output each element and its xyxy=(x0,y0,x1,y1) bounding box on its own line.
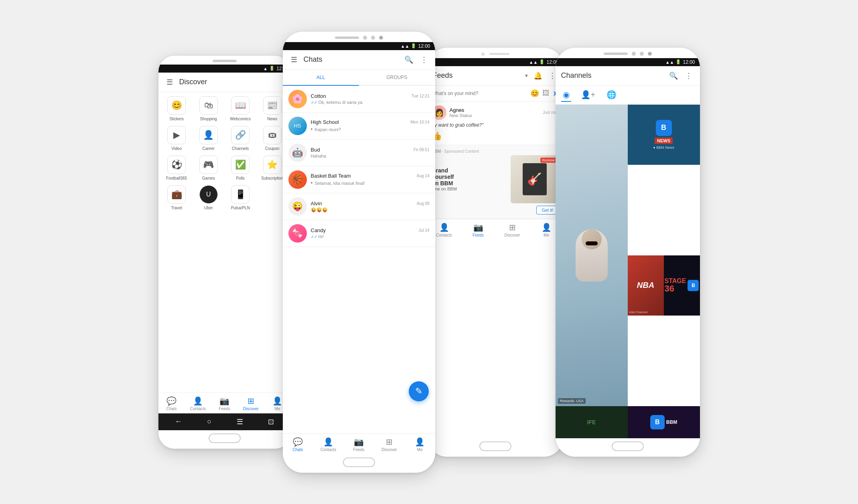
ad-button-row: Get it! xyxy=(432,206,559,215)
pulsa-icon: 📱 xyxy=(231,185,249,204)
phone3-home-button[interactable] xyxy=(479,441,511,451)
tab-following[interactable]: ◉ xyxy=(561,88,571,102)
recent-btn[interactable]: ☰ xyxy=(237,417,243,426)
feed-name-agnes: Agnes xyxy=(450,107,472,113)
tab-all[interactable]: ALL xyxy=(283,70,359,86)
more2-icon[interactable]: ⋮ xyxy=(418,54,430,65)
coupon-icon: 🎟 xyxy=(263,126,282,144)
nav3-feeds-label: Feeds xyxy=(473,233,484,237)
nav2-discover[interactable]: ⊞ Discover xyxy=(374,434,405,454)
grid-item-pulsa[interactable]: 📱 Pulsa/PLN xyxy=(226,185,254,210)
phone4-status-bar: ▲▲ 🔋 12:00 xyxy=(556,58,700,66)
phone1-home-button[interactable] xyxy=(209,433,241,443)
chat-item-cotton[interactable]: 🌸 Cotton Tue 12:21 ✓✓ Ok, ketemu di sana… xyxy=(283,86,435,113)
phone-channels: ▲▲ 🔋 12:00 Channels 🔍 ⋮ ◉ 👤+ 🌐 xyxy=(556,48,700,457)
more4-icon[interactable]: ⋮ xyxy=(683,70,694,81)
signal2-icon: ▲▲ xyxy=(401,44,410,49)
grid-item-video[interactable]: ▶ Video xyxy=(162,126,191,151)
emoji-icon[interactable]: 😊 xyxy=(530,89,539,98)
grid-item-channels[interactable]: 🔗 Channels xyxy=(226,126,254,151)
nav-chats[interactable]: 💬 Chats xyxy=(158,393,185,413)
search2-icon[interactable]: 🔍 xyxy=(403,54,414,65)
grid-item-travel[interactable]: 💼 Travel xyxy=(162,185,191,210)
battery-icon: 🔋 xyxy=(269,66,275,71)
discover-title: Discover xyxy=(179,78,285,86)
home-btn[interactable]: ○ xyxy=(207,417,211,426)
chat-item-candy[interactable]: 🍬 Candy Jul 14 ✓✓ Hi! xyxy=(283,220,435,247)
nav2-contacts[interactable]: 👤 Contacts xyxy=(313,434,344,454)
man-beard xyxy=(586,241,598,245)
chat-preview-cotton: ✓✓ Ok, ketemu di sana ya. xyxy=(311,100,430,105)
nav3-discover[interactable]: ⊞ Discover xyxy=(495,219,529,240)
chat-preview-highschool: • Kapan reuni? xyxy=(311,126,430,132)
feeds-dropdown-icon[interactable]: ▼ xyxy=(524,73,529,79)
nav3-feeds[interactable]: 📷 Feeds xyxy=(461,219,495,240)
chat-content-alvin: Alvin Aug 08 😜😜😜 xyxy=(311,200,430,213)
tab-groups[interactable]: GROUPS xyxy=(359,70,435,86)
channel-card-life[interactable]: IFE xyxy=(556,406,628,438)
phone4-camera xyxy=(648,52,652,56)
tab-add-channel[interactable]: 👤+ xyxy=(579,88,597,102)
chat-preview-candy: ✓✓ Hi! xyxy=(311,234,430,239)
grid-item-subscription[interactable]: ⭐ Subscription xyxy=(258,156,286,180)
phone2-time: 12:00 xyxy=(418,43,430,49)
phone4-top-bar xyxy=(556,48,700,58)
compose-fab[interactable]: ✎ xyxy=(409,381,429,401)
phone4-home-button[interactable] xyxy=(612,441,644,451)
grid-item-polls[interactable]: ✅ Polls xyxy=(226,156,254,180)
grid-item-coupon[interactable]: 🎟 Coupon xyxy=(258,126,286,151)
chat-header-bud: Bud Fri 09:51 xyxy=(311,147,430,153)
grid-item-webcomics[interactable]: 📖 Webcomics xyxy=(226,96,254,121)
battery3-icon: 🔋 xyxy=(539,59,545,65)
avatar-basketball: 🏀 xyxy=(288,170,307,189)
channel-card-bbm-news[interactable]: B NEWS ● BBM News xyxy=(628,105,700,165)
nav-contacts[interactable]: 👤 Contacts xyxy=(185,393,211,413)
tab-explore[interactable]: 🌐 xyxy=(605,88,618,102)
grid-item-football[interactable]: ⚽ Football365 xyxy=(162,156,191,180)
chat-item-alvin[interactable]: 😜 Alvin Aug 08 😜😜😜 xyxy=(283,193,435,220)
compose-input[interactable] xyxy=(432,91,527,96)
nav2-chats[interactable]: 💬 Chats xyxy=(283,434,313,454)
grid-item-uber[interactable]: U Uber xyxy=(195,185,223,210)
nav-feeds-label: Feeds xyxy=(219,407,230,411)
grid-item-career[interactable]: 👤 Career xyxy=(195,126,223,151)
games-icon: 🎮 xyxy=(199,156,218,174)
grid-item-shopping[interactable]: 🛍 Shopping xyxy=(195,96,223,121)
chat-time-alvin: Aug 08 xyxy=(417,201,430,206)
hamburger2-icon[interactable]: ☰ xyxy=(288,54,300,65)
channel-card-main[interactable]: Rewards- USA xyxy=(556,105,628,406)
back-btn[interactable]: ← xyxy=(175,417,182,426)
nav2-feeds[interactable]: 📷 Feeds xyxy=(344,434,374,454)
channel-card-nba[interactable]: NBA icial Channel xyxy=(628,255,664,316)
phone2-dot2 xyxy=(371,36,375,40)
scene: ▲ 🔋 12:0 ☰ Discover 😊 Stickers 🛍 Shopp xyxy=(0,0,858,504)
image-icon[interactable]: 🖼 xyxy=(542,89,550,97)
avatar-cotton: 🌸 xyxy=(288,90,307,108)
grid-item-news[interactable]: 📰 News xyxy=(258,96,286,121)
rockstar-badge: Rockstar xyxy=(540,158,557,163)
chat-item-highschool[interactable]: HS High School Mon 10:14 • Kapan reuni? xyxy=(283,113,435,140)
nav-feeds[interactable]: 📷 Feeds xyxy=(211,393,238,413)
channel-card-stage[interactable]: STAGE 36 B xyxy=(664,255,700,316)
nav2-me[interactable]: 👤 Me xyxy=(405,434,435,454)
channel-card-bbm2[interactable]: B BBM xyxy=(628,406,700,438)
grid-item-games[interactable]: 🎮 Games xyxy=(195,156,223,180)
hamburger-icon[interactable]: ☰ xyxy=(164,77,175,88)
search4-icon[interactable]: 🔍 xyxy=(668,70,679,81)
compose-icon: ✎ xyxy=(415,386,422,397)
ad-image-content: 🎸 Rockstar xyxy=(511,155,559,203)
avatar-bud: 🤖 xyxy=(288,144,307,162)
nav-discover[interactable]: ⊞ Discover xyxy=(238,393,264,413)
chat-header-alvin: Alvin Aug 08 xyxy=(311,200,430,206)
channels-label: Channels xyxy=(232,146,249,151)
nav2-discover-icon: ⊞ xyxy=(386,437,393,447)
menu-btn[interactable]: ⊡ xyxy=(268,417,274,426)
grid-item-stickers[interactable]: 😊 Stickers xyxy=(162,96,191,121)
nav2-chats-label: Chats xyxy=(292,447,303,452)
phone2-home-button[interactable] xyxy=(343,457,375,467)
chat-item-basketball[interactable]: 🏀 Basket Ball Team Aug 14 • Selamat, kit… xyxy=(283,166,435,193)
feed-user-agnes: 👩 Agnes New Status Just now xyxy=(432,105,559,120)
chat-item-bud[interactable]: 🤖 Bud Fri 09:51 Hahaha xyxy=(283,140,435,166)
feeds-bell-icon[interactable]: 🔔 xyxy=(532,70,544,81)
phone2-top-bar xyxy=(283,32,435,42)
